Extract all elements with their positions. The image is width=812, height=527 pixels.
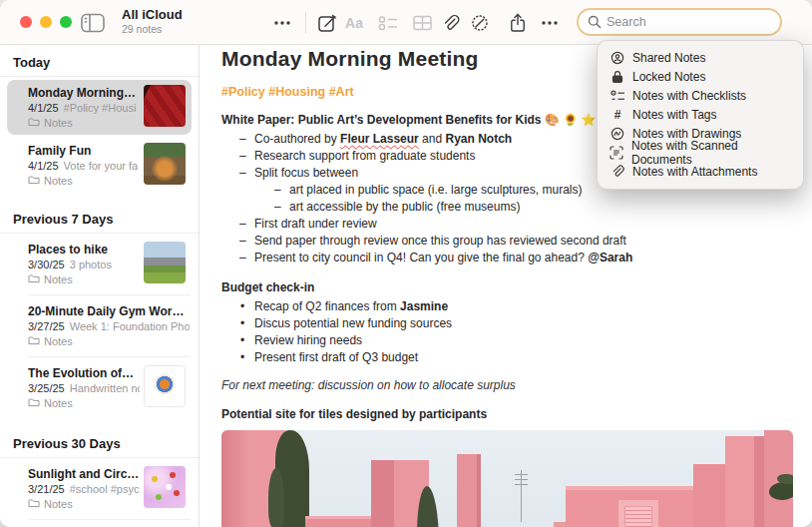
note-preview: #Policy #Housi xyxy=(64,102,137,114)
photo-right-block xyxy=(693,464,727,527)
bullet-send-paper: Send paper through review once this grou… xyxy=(221,233,812,250)
note-row-sunlight[interactable]: Sunlight and Circ… 3/21/25#school #psyc … xyxy=(7,461,192,516)
doc-viewfinder-icon xyxy=(609,146,624,160)
folder-icon xyxy=(28,273,40,285)
menu-item-label: Locked Notes xyxy=(632,70,705,84)
markup-button[interactable] xyxy=(465,8,495,38)
note-title: The Evolution of… xyxy=(28,366,138,380)
divider xyxy=(0,233,199,234)
note-folder: Notes xyxy=(44,397,73,409)
photo-pillar xyxy=(457,454,481,527)
menu-item-label: Shared Notes xyxy=(632,51,705,65)
notes-app-window: All iCloud 29 notes Aa xyxy=(0,0,812,527)
ellipsis-icon xyxy=(273,20,291,26)
share-button[interactable] xyxy=(503,8,533,38)
text-segment: Send paper through review once this grou… xyxy=(254,234,626,248)
folder-icon xyxy=(28,175,40,187)
menu-item-label: Notes with Checklists xyxy=(632,89,746,103)
close-window-button[interactable] xyxy=(20,16,32,28)
note-title: Monday Morning… xyxy=(28,86,138,100)
text-segment: Split focus between xyxy=(254,166,358,180)
folder-icon xyxy=(28,498,40,510)
text-segment: Co-authored by xyxy=(254,132,340,146)
search-field[interactable] xyxy=(577,8,782,36)
sidebar-icon xyxy=(81,13,106,33)
note-thumbnail xyxy=(144,85,186,127)
menu-item-notes-with-scanned-documents[interactable]: Notes with Scanned Documents xyxy=(598,143,803,162)
note-date: 3/21/25 xyxy=(28,483,65,495)
section-header-today: Today xyxy=(0,45,199,76)
note-title: 20-Minute Daily Gym Wor… xyxy=(28,304,190,318)
folder-icon xyxy=(28,397,40,409)
note-title: Places to hike xyxy=(28,243,138,257)
menu-item-shared-notes[interactable]: Shared Notes xyxy=(598,48,803,67)
misspelled-name: Fleur Lasseur xyxy=(340,132,419,146)
note-row-family-vacation[interactable]: Family Vacation xyxy=(7,523,192,527)
more-ellipsis-icon xyxy=(541,20,559,26)
text-segment: White Paper: Public Art’s Development Be… xyxy=(221,113,542,127)
mention-sarah[interactable]: @Sarah xyxy=(588,251,632,264)
attachment-photo-pink-architecture[interactable] xyxy=(221,430,793,527)
menu-item-notes-with-tags[interactable]: # Notes with Tags xyxy=(598,105,803,124)
note-title: Sunlight and Circ… xyxy=(28,467,138,481)
text-segment: art placed in public space (i.e. large s… xyxy=(289,183,582,197)
format-button[interactable]: Aa xyxy=(339,8,369,38)
checklist-button[interactable] xyxy=(373,8,403,38)
note-folder: Notes xyxy=(44,175,73,187)
photo-palm-foliage xyxy=(769,482,793,500)
person-circle-icon xyxy=(609,51,625,65)
photo-right-pillar xyxy=(725,436,767,527)
bullet-present-council: Present to city council in Q4! Can you g… xyxy=(221,250,812,266)
note-folder: Notes xyxy=(44,117,73,129)
menu-item-label: Notes with Attachments xyxy=(632,165,757,179)
attach-button[interactable] xyxy=(435,8,465,38)
budget-hiring: Review hiring needs xyxy=(221,332,812,349)
note-preview: 3 photos xyxy=(70,259,112,270)
table-button[interactable] xyxy=(407,8,437,38)
section-header-previous-30-days: Previous 30 Days xyxy=(0,418,199,457)
note-row-monday-morning[interactable]: Monday Morning… 4/1/25#Policy #Housi Not… xyxy=(7,80,192,135)
photo-caption: Potential site for tiles designed by par… xyxy=(221,406,812,423)
note-count: 29 notes xyxy=(122,23,183,35)
search-icon xyxy=(588,15,602,29)
note-preview: Vote for your fa xyxy=(64,160,139,172)
divider xyxy=(28,356,191,357)
note-row-places-to-hike[interactable]: Places to hike 3/30/253 photos Notes xyxy=(7,237,192,291)
emoji-row: 🎨 🌻 ⭐ xyxy=(545,113,597,127)
checklist-icon xyxy=(609,90,625,102)
menu-item-notes-with-checklists[interactable]: Notes with Checklists xyxy=(598,86,803,105)
toggle-sidebar-button[interactable] xyxy=(78,8,108,38)
note-row-family-fun[interactable]: Family Fun 4/1/25Vote for your fa Notes xyxy=(7,138,192,193)
text-segment: Present to city council in Q4! Can you g… xyxy=(254,251,588,264)
bullet-art-accessible: art accessible by the public (free museu… xyxy=(221,199,812,216)
divider xyxy=(0,457,199,458)
search-input[interactable] xyxy=(607,15,771,29)
menu-item-label: Notes with Tags xyxy=(632,108,717,122)
divider xyxy=(28,294,191,295)
minimize-window-button[interactable] xyxy=(40,16,52,28)
folder-icon xyxy=(28,117,40,129)
menu-item-locked-notes[interactable]: Locked Notes xyxy=(598,67,803,86)
note-row-evolution[interactable]: The Evolution of… 3/25/25Handwritten no … xyxy=(7,360,192,415)
paperclip-icon xyxy=(441,14,460,33)
budget-heading: Budget check-in xyxy=(221,279,812,296)
folder-more-button[interactable] xyxy=(267,8,297,38)
bold-name: Jasmine xyxy=(400,299,448,313)
note-thumbnail xyxy=(144,242,186,283)
note-preview: Week 1: Foundation Pho xyxy=(70,320,190,332)
note-date: 3/30/25 xyxy=(28,259,65,270)
bold-name: Ryan Notch xyxy=(445,132,512,146)
new-note-button[interactable] xyxy=(312,8,342,38)
zoom-window-button[interactable] xyxy=(60,16,72,28)
folder-title-block: All iCloud 29 notes xyxy=(122,7,183,35)
folder-icon xyxy=(28,335,40,347)
toolbar-divider xyxy=(305,12,306,33)
note-more-button[interactable] xyxy=(535,8,565,38)
note-row-gym-workout[interactable]: 20-Minute Daily Gym Wor… 3/27/25Week 1: … xyxy=(7,298,192,353)
text-segment: Research support from graduate students xyxy=(254,149,475,163)
search-suggestions-menu: Shared Notes Locked Notes Notes with Che… xyxy=(597,40,804,190)
budget-recap: Recap of Q2 finances from Jasmine xyxy=(221,298,812,315)
text-segment: Present first draft of Q3 budget xyxy=(254,350,418,364)
bullet-first-draft: First draft under review xyxy=(221,216,812,233)
note-date: 3/25/25 xyxy=(28,382,65,394)
